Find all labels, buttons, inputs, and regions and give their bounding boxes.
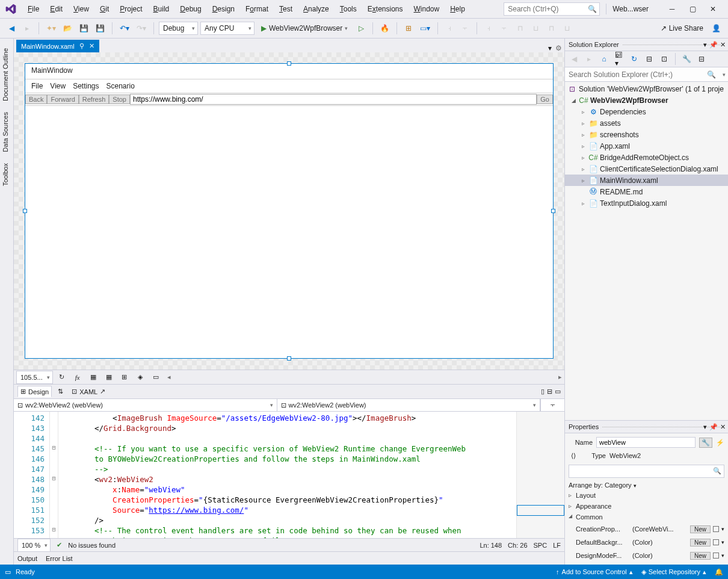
solution-explorer-search[interactable]: Search Solution Explorer (Ctrl+;) 🔍 ▾ xyxy=(565,67,728,82)
split-handle-icon[interactable]: ⫟ xyxy=(540,399,564,411)
tb-align-1[interactable]: ⫞ xyxy=(443,22,456,35)
tree-item[interactable]: ▹📄MainWindow.xaml xyxy=(565,175,728,186)
mock-stop-button[interactable]: Stop xyxy=(109,94,130,104)
code-minimap[interactable] xyxy=(516,412,564,538)
xaml-tab[interactable]: ⊡ XAML ↗ xyxy=(69,386,108,397)
name-input[interactable] xyxy=(596,437,696,448)
notifications-icon[interactable]: 🔔 xyxy=(715,568,723,576)
split-collapse-button[interactable]: ▭ xyxy=(555,388,561,395)
doc-overflow-button[interactable]: ▾ xyxy=(548,44,552,52)
prop-category[interactable]: Common xyxy=(569,512,724,522)
toolbox-tab[interactable]: Toolbox xyxy=(0,158,11,191)
grid-button-2[interactable]: ▦ xyxy=(102,371,116,384)
tree-item[interactable]: ▹⚙Dependencies xyxy=(565,106,728,117)
tree-item[interactable]: ▹📁screenshots xyxy=(565,129,728,140)
xaml-designer[interactable]: MainWindow FileViewSettingsScenario Back… xyxy=(14,52,564,370)
fold-gutter[interactable]: ⊟ ⊟ ⊟ xyxy=(50,412,58,538)
indent-mode[interactable]: SPC xyxy=(534,542,548,549)
nav-back-button[interactable]: ◀ xyxy=(5,22,18,35)
tb-align-5[interactable]: ⊓ xyxy=(513,22,526,35)
device-button[interactable]: ▭ xyxy=(149,371,162,384)
prop-category[interactable]: Layout xyxy=(569,490,724,501)
mock-menu-item[interactable]: Settings xyxy=(73,82,99,90)
save-all-button[interactable]: 💾 xyxy=(93,22,107,35)
editor-zoom[interactable]: 100 % xyxy=(17,539,51,552)
swap-panes-button[interactable]: ⇅ xyxy=(58,388,63,395)
se-forward-button[interactable]: ▸ xyxy=(582,52,596,66)
tree-item[interactable]: ▹📄ClientCertificateSelectionDialog.xaml xyxy=(565,163,728,175)
tree-solution[interactable]: ⊡ Solution 'WebView2WpfBrowser' (1 of 1 … xyxy=(565,83,728,94)
doc-settings-button[interactable]: ⚙ xyxy=(555,44,562,52)
start-without-debug-button[interactable]: ▷ xyxy=(354,22,368,35)
platform-combo[interactable]: Any CPU xyxy=(200,22,254,35)
menu-git[interactable]: Git xyxy=(95,2,114,16)
prop-row[interactable]: DefaultBackgr...(Color)New▾ xyxy=(569,536,724,549)
design-tab[interactable]: ⊞ Design xyxy=(17,386,52,397)
tb-align-8[interactable]: ⊔ xyxy=(560,22,573,35)
se-preview-button[interactable]: ⊟ xyxy=(695,52,708,66)
expand-icon[interactable]: ▹ xyxy=(579,166,587,172)
prop-row[interactable]: CreationProp...(CoreWebVi...New▾ xyxy=(569,522,724,536)
resize-handle-top[interactable] xyxy=(287,61,291,66)
doc-tab-mainwindow[interactable]: MainWindow.xaml ⚲ ✕ xyxy=(16,40,99,52)
tree-item[interactable]: ▹📁assets xyxy=(565,117,728,129)
expand-icon[interactable]: ▹ xyxy=(579,200,587,206)
snap-button[interactable]: ⊞ xyxy=(118,371,131,384)
resize-handle-bottom[interactable] xyxy=(287,356,291,361)
expand-icon[interactable]: ▹ xyxy=(579,155,587,161)
account-button[interactable]: 👤 xyxy=(709,22,723,35)
redo-button[interactable]: ↷▾ xyxy=(134,22,149,35)
grid-button-1[interactable]: ▦ xyxy=(87,371,100,384)
tb-align-6[interactable]: ⊔ xyxy=(529,22,542,35)
solution-badge[interactable]: Web...wser xyxy=(606,4,655,14)
pin-icon[interactable]: ⚲ xyxy=(79,42,84,50)
repo-button[interactable]: ◈ Select Repository ▴ xyxy=(641,568,706,576)
se-sync-button[interactable]: 🗟▾ xyxy=(612,52,626,66)
refresh-designer-button[interactable]: ↻ xyxy=(55,371,69,384)
new-button[interactable]: New xyxy=(690,539,711,546)
data-sources-tab[interactable]: Data Sources xyxy=(0,107,11,157)
expand-icon[interactable]: ▹ xyxy=(579,178,587,184)
tree-item[interactable]: ▹📄TextInputDialog.xaml xyxy=(565,197,728,209)
new-project-button[interactable]: ✦▾ xyxy=(44,22,58,35)
prop-marker[interactable] xyxy=(713,553,719,559)
menu-build[interactable]: Build xyxy=(149,2,174,16)
code-editor[interactable]: 142143144145146147148149150151152153154 … xyxy=(14,412,564,538)
scroll-right-icon[interactable]: ▸ xyxy=(558,373,562,381)
nav-forward-button[interactable]: ▸ xyxy=(20,22,34,35)
resize-handle-right[interactable] xyxy=(551,209,555,213)
char-pos[interactable]: Ch: 26 xyxy=(508,542,527,549)
minimap-viewport[interactable] xyxy=(517,505,564,516)
search-dropdown-icon[interactable]: ▾ xyxy=(723,72,726,78)
expand-icon[interactable]: ◢ xyxy=(570,98,577,104)
se-refresh-button[interactable]: ↻ xyxy=(628,52,641,66)
se-filter-button[interactable]: ⊟ xyxy=(643,52,656,66)
hot-reload-button[interactable]: 🔥 xyxy=(378,22,392,35)
menu-window[interactable]: Window xyxy=(409,2,445,16)
pin-icon[interactable]: 📌 xyxy=(709,41,718,49)
menu-debug[interactable]: Debug xyxy=(175,2,206,16)
tree-item[interactable]: ▹C#BridgeAddRemoteObject.cs xyxy=(565,152,728,163)
menu-extensions[interactable]: Extensions xyxy=(363,2,408,16)
design-canvas[interactable]: MainWindow FileViewSettingsScenario Back… xyxy=(25,63,554,359)
split-horizontal-button[interactable]: ⊟ xyxy=(547,388,552,395)
issues-label[interactable]: No issues found xyxy=(68,542,116,549)
properties-search[interactable]: 🔍 xyxy=(569,465,724,478)
menu-test[interactable]: Test xyxy=(274,2,297,16)
bottom-tab-error-list[interactable]: Error List xyxy=(46,555,73,562)
global-search-input[interactable]: Search (Ctrl+Q) 🔍 xyxy=(504,2,600,16)
tb-align-7[interactable]: ⊓ xyxy=(544,22,558,35)
new-button[interactable]: New xyxy=(690,525,711,533)
menu-tools[interactable]: Tools xyxy=(335,2,362,16)
tb-icon-1[interactable]: ⊞ xyxy=(402,22,415,35)
panel-menu-button[interactable]: ▾ xyxy=(703,423,707,431)
prop-row[interactable]: DesignModeF...(Color)New▾ xyxy=(569,549,724,562)
tb-icon-2[interactable]: ▭▾ xyxy=(418,22,433,35)
expand-icon[interactable]: ▹ xyxy=(579,120,587,126)
prop-marker[interactable] xyxy=(713,539,719,545)
close-icon[interactable]: ✕ xyxy=(720,41,726,49)
config-combo[interactable]: Debug xyxy=(159,22,198,35)
designer-zoom-combo[interactable]: 105.5... xyxy=(16,371,53,384)
se-showall-button[interactable]: ⊡ xyxy=(658,52,671,66)
prop-category[interactable]: Appearance xyxy=(569,501,724,512)
